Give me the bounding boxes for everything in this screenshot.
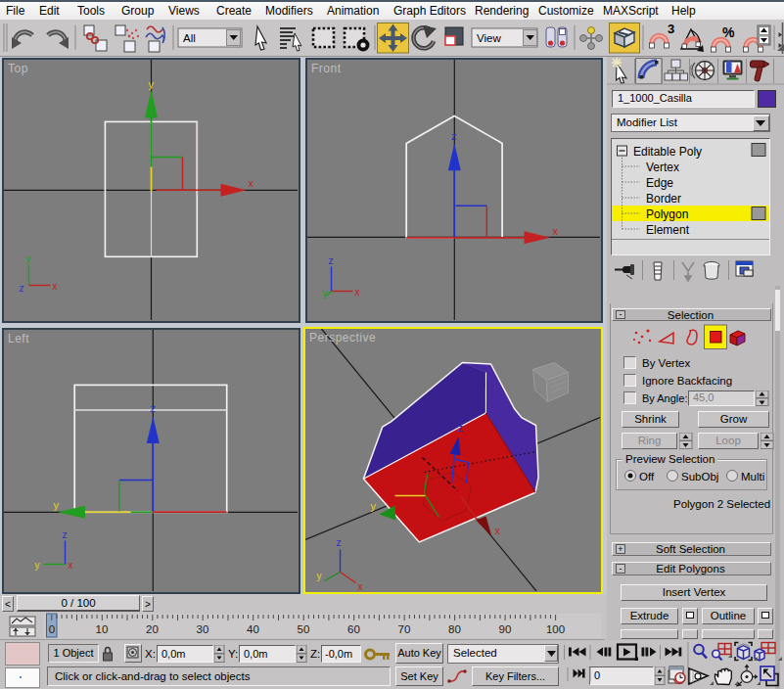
svg-text:Element: Element bbox=[646, 223, 690, 237]
svg-text:3: 3 bbox=[668, 22, 674, 36]
svg-text:80: 80 bbox=[448, 623, 461, 635]
svg-text:x: x bbox=[53, 281, 58, 292]
svg-text:y: y bbox=[26, 253, 31, 264]
svg-text:70: 70 bbox=[398, 623, 411, 635]
svg-text:40: 40 bbox=[247, 623, 259, 635]
svg-text:%: % bbox=[722, 24, 735, 40]
svg-text:30: 30 bbox=[197, 623, 209, 635]
svg-text:x: x bbox=[553, 225, 559, 237]
svg-text:y: y bbox=[35, 560, 40, 571]
svg-text:z: z bbox=[451, 130, 457, 142]
svg-text:z: z bbox=[458, 422, 464, 434]
svg-text:90: 90 bbox=[499, 623, 512, 635]
svg-text:z: z bbox=[20, 283, 24, 294]
svg-text:60: 60 bbox=[347, 623, 360, 635]
svg-text:Polygon: Polygon bbox=[646, 207, 688, 221]
svg-text:All: All bbox=[183, 32, 196, 44]
svg-text:Border: Border bbox=[646, 192, 681, 206]
svg-text:y: y bbox=[371, 500, 377, 512]
svg-text:100: 100 bbox=[546, 623, 565, 635]
svg-text:View: View bbox=[477, 32, 501, 44]
svg-text:y: y bbox=[149, 78, 155, 90]
svg-text:Editable Poly: Editable Poly bbox=[633, 145, 702, 159]
svg-text:z: z bbox=[329, 255, 334, 266]
svg-text:x: x bbox=[69, 560, 73, 571]
svg-text:x: x bbox=[249, 177, 254, 189]
svg-text:20: 20 bbox=[146, 623, 159, 635]
svg-text:z: z bbox=[63, 529, 68, 540]
svg-text:z: z bbox=[151, 402, 157, 414]
svg-text:0: 0 bbox=[49, 623, 55, 635]
svg-text:z: z bbox=[337, 537, 342, 548]
svg-text:y: y bbox=[323, 288, 328, 299]
svg-text:x: x bbox=[358, 581, 363, 592]
svg-text:10: 10 bbox=[96, 623, 109, 635]
svg-text:y: y bbox=[54, 499, 60, 511]
svg-text:x: x bbox=[495, 525, 501, 536]
svg-text:Vertex: Vertex bbox=[646, 161, 679, 174]
svg-text:y: y bbox=[317, 571, 322, 581]
svg-text:Edge: Edge bbox=[646, 176, 673, 190]
svg-text:50: 50 bbox=[298, 623, 310, 635]
svg-text:x: x bbox=[355, 287, 360, 298]
